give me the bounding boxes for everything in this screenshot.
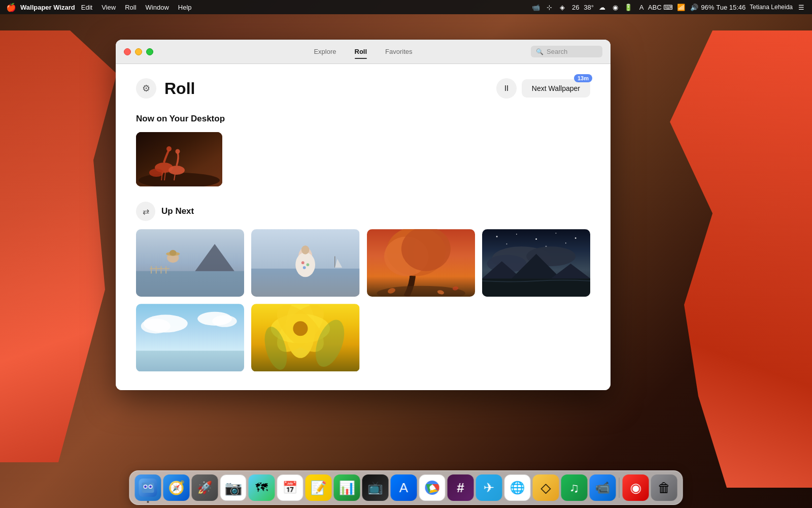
dock-icon-trash[interactable]: 🗑 xyxy=(651,474,678,501)
wallpaper-item-1[interactable] xyxy=(136,229,244,297)
dock-icon-chrome[interactable] xyxy=(419,474,446,501)
trash-icon: 🗑 xyxy=(658,480,671,496)
control-center-icon[interactable]: ☰ xyxy=(797,3,806,12)
svg-rect-18 xyxy=(165,266,166,274)
svg-point-72 xyxy=(430,485,435,490)
wallpaper-item-3[interactable] xyxy=(367,229,475,297)
calendar-icon: 📅 xyxy=(283,481,298,495)
svg-rect-15 xyxy=(151,266,152,274)
dock-icon-notes[interactable]: 📝 xyxy=(306,474,332,501)
svg-point-42 xyxy=(574,237,576,239)
svg-point-69 xyxy=(149,486,152,488)
wallpaper-item-2[interactable] xyxy=(251,229,359,297)
menubar-items: Edit View Roll Window Help xyxy=(77,3,196,12)
dock-icon-finder[interactable] xyxy=(135,474,161,501)
svg-rect-11 xyxy=(136,271,244,297)
airdrop-icon[interactable]: ◈ xyxy=(558,3,567,12)
svg-point-45 xyxy=(565,242,566,243)
dock-icon-zoom[interactable]: 📹 xyxy=(590,474,616,501)
craft-icon: ◉ xyxy=(630,480,641,496)
svg-point-5 xyxy=(166,146,172,151)
facetime-icon[interactable]: 📹 xyxy=(531,3,540,12)
svg-point-27 xyxy=(301,245,310,254)
search-input[interactable] xyxy=(547,48,597,55)
wallpaper-4-svg xyxy=(482,229,590,297)
wallpaper-item-4[interactable] xyxy=(482,229,590,297)
volume-icon[interactable]: 🔊 xyxy=(690,3,699,12)
slack-icon: # xyxy=(457,480,464,496)
battery-app-icon[interactable]: 🔋 xyxy=(624,3,633,12)
dock-icon-safari2[interactable]: 🌐 xyxy=(504,474,531,501)
apple-menu[interactable]: 🍎 xyxy=(6,3,16,12)
svg-point-39 xyxy=(516,234,517,235)
battery-level: 96% xyxy=(703,3,712,12)
dock-icon-appletv[interactable]: 📺 xyxy=(362,474,389,501)
wallpaper-6-svg xyxy=(251,304,359,371)
chrome-icon-svg xyxy=(424,480,441,496)
dock-icon-slack[interactable]: # xyxy=(448,474,474,501)
wifi-icon[interactable]: 📶 xyxy=(676,3,686,12)
font-icon[interactable]: A xyxy=(637,3,646,12)
menu-help[interactable]: Help xyxy=(174,3,196,12)
minimize-button[interactable] xyxy=(135,48,142,55)
settings-button[interactable]: ⚙ xyxy=(136,78,156,99)
dropbox-icon[interactable]: ☁ xyxy=(597,3,606,12)
up-next-section: ⇄ Up Next xyxy=(136,202,590,372)
dock-icon-maps[interactable]: 🗺 xyxy=(249,474,275,501)
dock-icon-photos[interactable]: 📷 xyxy=(220,474,247,501)
page-header: ⚙ Roll ⏸ Next Wallpaper 13m xyxy=(136,78,590,99)
menu-roll[interactable]: Roll xyxy=(121,3,140,12)
menubar: 🍎 Wallpaper Wizard Edit View Roll Window… xyxy=(0,0,812,14)
current-wallpaper-thumbnail[interactable] xyxy=(136,132,222,186)
appletv-icon: 📺 xyxy=(368,481,383,495)
tab-roll[interactable]: Roll xyxy=(346,45,377,58)
menubar-user[interactable]: Tetiana Leheida xyxy=(750,4,793,11)
airplay-icon[interactable]: ⊹ xyxy=(545,3,554,12)
wallpaper-3-svg xyxy=(367,229,475,297)
26-icon[interactable]: 26 xyxy=(571,3,580,12)
menu-view[interactable]: View xyxy=(97,3,120,12)
dock-separator xyxy=(619,478,620,498)
dock-icon-launchpad[interactable]: 🚀 xyxy=(192,474,218,501)
svg-point-14 xyxy=(170,250,177,256)
menu-window[interactable]: Window xyxy=(142,3,173,12)
svg-point-26 xyxy=(303,266,306,269)
abc-icon[interactable]: ABC xyxy=(650,3,659,12)
dock-icon-telegram[interactable]: ✈ xyxy=(476,474,502,501)
dock-icon-safari[interactable]: 🧭 xyxy=(163,474,190,501)
notch-icon[interactable]: ◉ xyxy=(611,3,620,12)
close-button[interactable] xyxy=(124,48,131,55)
svg-rect-17 xyxy=(160,266,161,274)
dock-icon-craft[interactable]: ◉ xyxy=(623,474,649,501)
svg-rect-16 xyxy=(156,266,157,274)
current-wallpaper-image xyxy=(136,132,222,186)
tab-favorites[interactable]: Favorites xyxy=(376,45,421,58)
app-window: Explore Roll Favorites 🔍 ⚙ Roll ⏸ Next W… xyxy=(116,40,611,390)
pause-button[interactable]: ⏸ xyxy=(496,78,517,99)
up-next-title: Up Next xyxy=(161,206,194,216)
dock-icon-numbers[interactable]: 📊 xyxy=(334,474,360,501)
svg-point-25 xyxy=(307,263,310,266)
maps-icon: 🗺 xyxy=(256,481,268,495)
search-box[interactable]: 🔍 xyxy=(531,46,602,57)
now-on-desktop-section: Now on Your Desktop xyxy=(136,114,590,186)
dock-icon-appstore[interactable]: A xyxy=(391,474,417,501)
launchpad-icon: 🚀 xyxy=(197,481,213,495)
shuffle-button[interactable]: ⇄ xyxy=(136,202,155,221)
spotify-icon: ♫ xyxy=(569,480,580,496)
maximize-button[interactable] xyxy=(146,48,153,55)
svg-point-23 xyxy=(295,252,315,277)
weather-icon[interactable]: 38° xyxy=(584,3,593,12)
app-name[interactable]: Wallpaper Wizard xyxy=(20,4,75,11)
tab-explore[interactable]: Explore xyxy=(304,45,345,58)
wallpaper-item-5[interactable] xyxy=(136,304,244,371)
svg-point-40 xyxy=(535,238,537,240)
zoom-icon: 📹 xyxy=(595,481,611,495)
svg-point-38 xyxy=(496,236,497,237)
wallpaper-item-6[interactable] xyxy=(251,304,359,371)
menu-edit[interactable]: Edit xyxy=(77,3,96,12)
dock-icon-spotify[interactable]: ♫ xyxy=(561,474,588,501)
dock-icon-sketch[interactable]: ◇ xyxy=(533,474,559,501)
dock-icon-calendar[interactable]: 📅 xyxy=(277,474,303,501)
bluetooth-icon[interactable]: ⌨ xyxy=(663,3,672,12)
